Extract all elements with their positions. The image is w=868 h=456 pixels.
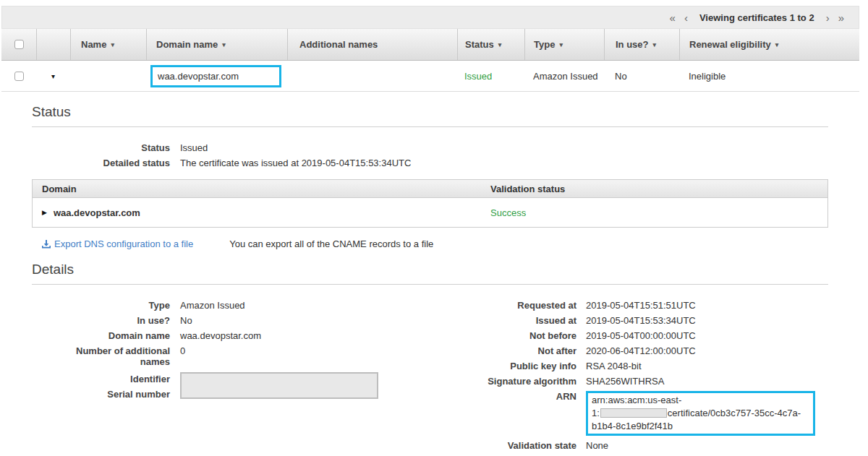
row-type-cell: Amazon Issued	[524, 61, 604, 91]
not-after-row: Not after 2020-06-04T12:00:00UTC	[435, 345, 828, 356]
serial-number-label: Serial number	[32, 387, 170, 402]
row-expand-cell: ▾	[36, 61, 70, 91]
not-after-label: Not after	[435, 345, 586, 356]
first-page-icon[interactable]: «	[665, 11, 680, 25]
collapse-row-icon[interactable]: ▾	[51, 72, 55, 80]
status-section: Status Status Issued Detailed status The…	[32, 92, 828, 249]
not-after-value: 2020-06-04T12:00:00UTC	[586, 345, 696, 356]
acm-certificate-page: « ‹ Viewing certificates 1 to 2 › » Name…	[1, 6, 859, 456]
public-key-value: RSA 2048-bit	[586, 361, 642, 371]
details-section-title: Details	[32, 249, 828, 285]
header-name[interactable]: Name ▾	[70, 29, 146, 60]
expand-column-header	[36, 29, 70, 60]
domain-name-label: Domain name	[32, 330, 180, 341]
header-additional-names: Additional names	[287, 29, 457, 60]
issued-at-row: Issued at 2019-05-04T15:53:34UTC	[435, 315, 828, 326]
validation-state-label: Validation state	[435, 440, 586, 451]
row-in-use-value: No	[615, 71, 627, 82]
arn-line-1: arn:aws:acm:us-east-	[592, 394, 809, 407]
identifier-serial-row: Identifier Serial number	[32, 371, 435, 402]
domain-table-header: Domain Validation status	[33, 180, 827, 198]
additional-names-count-value: 0	[180, 345, 185, 367]
row-additional-cell	[287, 61, 457, 91]
domain-name-value: waa.devopstar.com	[180, 330, 261, 341]
export-hint-text: You can export all of the CNAME records …	[229, 238, 433, 249]
header-status[interactable]: Status ▾	[457, 29, 524, 60]
row-renewal-value: Ineligible	[689, 71, 726, 82]
prev-page-icon[interactable]: ‹	[680, 11, 692, 25]
not-before-value: 2019-05-04T00:00:00UTC	[586, 330, 696, 341]
select-all-checkbox[interactable]	[14, 40, 24, 49]
sort-caret-icon: ▾	[653, 41, 657, 48]
arn-line-2: 1:certificate/0cb3c757-35cc-4c7a-	[592, 407, 809, 420]
header-renewal-label: Renewal eligibility	[689, 39, 771, 50]
download-icon	[41, 239, 51, 249]
validation-state-value: None	[586, 440, 608, 451]
domain-table-row: ▶ waa.devopstar.com Success	[33, 198, 827, 227]
additional-names-count-label: Number of additional names	[32, 345, 180, 367]
row-in-use-cell: No	[604, 61, 679, 91]
row-domain-cell: waa.devopstar.com	[146, 61, 287, 91]
domain-column-header: Domain	[33, 184, 490, 194]
status-value: Issued	[180, 142, 208, 153]
detailed-status-label: Detailed status	[32, 158, 180, 168]
status-section-title: Status	[32, 92, 828, 127]
header-type-label: Type	[534, 39, 555, 50]
next-page-icon[interactable]: ›	[822, 11, 834, 25]
issued-at-label: Issued at	[435, 315, 586, 326]
pagination-label: Viewing certificates 1 to 2	[699, 12, 814, 23]
sort-caret-icon: ▾	[775, 41, 779, 48]
expand-domain-icon[interactable]: ▶	[42, 209, 47, 216]
certificates-table-header: Name ▾ Domain name ▾ Additional names St…	[1, 29, 859, 61]
header-in-use[interactable]: In use? ▾	[604, 29, 679, 60]
signature-algorithm-value: SHA256WITHRSA	[586, 376, 664, 387]
arn-line-3: b1b4-8c1e9bf2f41b	[592, 420, 809, 433]
row-checkbox[interactable]	[14, 72, 24, 81]
row-domain-value: waa.devopstar.com	[158, 71, 239, 82]
arn-highlight-box: arn:aws:acm:us-east- 1:certificate/0cb3c…	[586, 391, 815, 436]
row-name-cell	[70, 61, 146, 91]
signature-algorithm-row: Signature algorithm SHA256WITHRSA	[435, 376, 828, 387]
identifier-serial-labels: Identifier Serial number	[32, 371, 180, 402]
row-status-value: Issued	[464, 71, 492, 82]
validation-state-row: Validation state None	[435, 440, 828, 451]
domain-validation-table: Domain Validation status ▶ waa.devopstar…	[32, 179, 828, 228]
select-all-cell	[1, 29, 36, 60]
domain-value: waa.devopstar.com	[54, 207, 140, 218]
public-key-row: Public key info RSA 2048-bit	[435, 361, 828, 371]
in-use-label: In use?	[32, 315, 180, 326]
public-key-label: Public key info	[435, 361, 586, 371]
header-renewal-eligibility[interactable]: Renewal eligibility ▾	[679, 29, 859, 60]
row-type-value: Amazon Issued	[533, 71, 598, 82]
sort-caret-icon: ▾	[559, 41, 563, 48]
type-row: Type Amazon Issued	[32, 300, 435, 311]
detailed-status-value: The certificate was issued at 2019-05-04…	[180, 158, 411, 168]
header-domain-name[interactable]: Domain name ▾	[146, 29, 287, 60]
header-additional-label: Additional names	[299, 39, 378, 50]
in-use-row: In use? No	[32, 315, 435, 326]
additional-names-count-row: Number of additional names 0	[32, 345, 435, 367]
export-dns-link[interactable]: Export DNS configuration to a file	[41, 238, 193, 249]
header-status-label: Status	[465, 39, 494, 50]
pagination-toolbar: « ‹ Viewing certificates 1 to 2 › »	[1, 6, 859, 29]
validation-status-column-header: Validation status	[490, 184, 565, 194]
details-right-column: Requested at 2019-05-04T15:51:51UTC Issu…	[435, 300, 828, 455]
status-kv-block: Status Issued Detailed status The certif…	[32, 142, 828, 168]
details-grid: Type Amazon Issued In use? No Domain nam…	[32, 300, 828, 456]
requested-at-value: 2019-05-04T15:51:51UTC	[586, 300, 696, 311]
export-dns-label: Export DNS configuration to a file	[54, 238, 193, 249]
not-before-row: Not before 2019-05-04T00:00:00UTC	[435, 330, 828, 341]
signature-algorithm-label: Signature algorithm	[435, 376, 586, 387]
detailed-status-row: Detailed status The certificate was issu…	[32, 158, 828, 168]
header-type[interactable]: Type ▾	[524, 29, 604, 60]
details-section: Details Type Amazon Issued In use? No Do…	[32, 249, 828, 456]
last-page-icon[interactable]: »	[834, 11, 848, 25]
type-label: Type	[32, 300, 180, 311]
issued-at-value: 2019-05-04T15:53:34UTC	[586, 315, 696, 326]
row-status-cell: Issued	[457, 61, 524, 91]
type-value: Amazon Issued	[180, 300, 245, 311]
header-domain-label: Domain name	[156, 39, 218, 50]
sort-caret-icon: ▾	[498, 41, 502, 48]
identifier-label: Identifier	[32, 371, 170, 387]
sort-caret-icon: ▾	[111, 41, 114, 48]
